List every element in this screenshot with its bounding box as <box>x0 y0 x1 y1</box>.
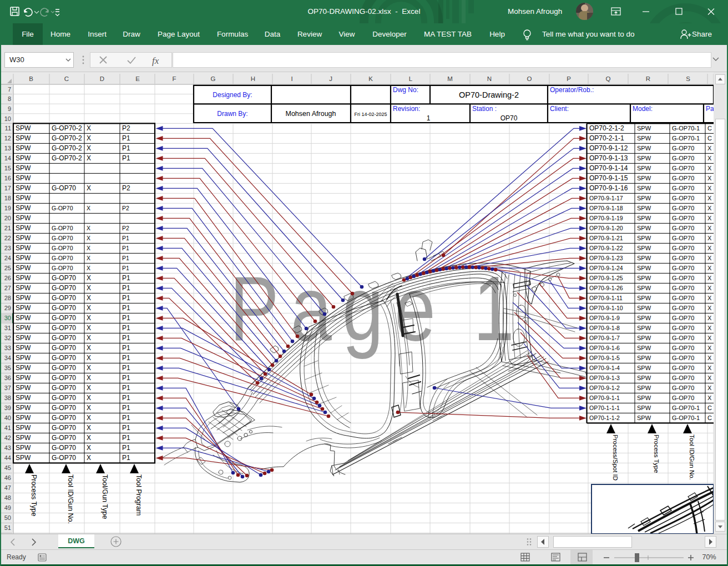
svg-text:37: 37 <box>4 385 11 391</box>
svg-text:SPW: SPW <box>16 294 31 302</box>
svg-text:OP70-9-1-6: OP70-9-1-6 <box>589 345 620 351</box>
svg-text:SPW: SPW <box>637 175 651 181</box>
svg-text:G-OP70: G-OP70 <box>52 235 73 241</box>
svg-text:G: G <box>211 75 216 82</box>
svg-text:P1: P1 <box>122 454 130 462</box>
svg-text:27: 27 <box>4 285 11 291</box>
svg-text:SPW: SPW <box>16 394 31 402</box>
svg-text:X: X <box>707 295 712 301</box>
svg-text:OP70-9-1-12: OP70-9-1-12 <box>589 144 628 152</box>
svg-text:G-OP70: G-OP70 <box>672 195 694 201</box>
svg-text:X: X <box>707 345 712 351</box>
svg-text:Fri 14-02-2025: Fri 14-02-2025 <box>354 112 387 117</box>
svg-text:SPW: SPW <box>637 325 651 331</box>
svg-text:31: 31 <box>4 325 11 331</box>
svg-text:Tool/Gun Type: Tool/Gun Type <box>101 474 109 519</box>
svg-text:G-OP70: G-OP70 <box>52 424 76 432</box>
svg-text:X: X <box>707 335 712 341</box>
svg-text:X: X <box>87 235 90 241</box>
svg-text:X: X <box>87 274 91 282</box>
svg-text:G-OP70-2: G-OP70-2 <box>52 134 82 142</box>
svg-text:G-OP70: G-OP70 <box>672 155 694 161</box>
svg-text:G-OP70: G-OP70 <box>672 275 694 281</box>
svg-text:SPW: SPW <box>637 265 651 271</box>
svg-text:X: X <box>707 245 712 251</box>
svg-text:1: 1 <box>473 257 514 360</box>
svg-text:C: C <box>707 405 712 411</box>
svg-text:39: 39 <box>4 405 11 411</box>
svg-text:7: 7 <box>8 86 11 93</box>
svg-text:X: X <box>87 374 91 382</box>
svg-text:OP70-9-1-10: OP70-9-1-10 <box>589 305 623 311</box>
svg-text:X: X <box>707 215 712 221</box>
svg-text:OP70-9-1-3: OP70-9-1-3 <box>589 375 620 381</box>
svg-text:G-OP70: G-OP70 <box>672 305 694 311</box>
svg-text:P2: P2 <box>122 184 130 192</box>
svg-text:G-OP70: G-OP70 <box>672 205 694 211</box>
svg-text:49: 49 <box>4 504 11 511</box>
svg-text:C: C <box>707 415 712 421</box>
svg-text:X: X <box>707 355 712 361</box>
svg-text:SPW: SPW <box>16 244 31 252</box>
svg-text:P1: P1 <box>122 294 130 302</box>
svg-text:OP70-9-1-7: OP70-9-1-7 <box>589 335 620 341</box>
svg-text:G-OP70: G-OP70 <box>52 454 76 462</box>
svg-text:P1: P1 <box>122 255 129 261</box>
svg-text:X: X <box>707 155 712 161</box>
svg-text:X: X <box>87 314 91 322</box>
svg-text:G-OP70: G-OP70 <box>672 165 694 171</box>
svg-text:35: 35 <box>4 365 11 371</box>
svg-text:OP70-9-1-16: OP70-9-1-16 <box>589 184 628 192</box>
svg-text:G-OP70: G-OP70 <box>672 395 694 401</box>
svg-text:G-OP70: G-OP70 <box>52 334 76 342</box>
svg-text:G-OP70: G-OP70 <box>52 324 76 332</box>
svg-text:SPW: SPW <box>637 375 651 381</box>
svg-text:SPW: SPW <box>16 384 31 392</box>
svg-text:I: I <box>291 75 292 82</box>
svg-text:50: 50 <box>4 514 11 521</box>
svg-text:X: X <box>87 225 90 231</box>
svg-text:SPW: SPW <box>637 335 651 341</box>
svg-text:SPW: SPW <box>16 434 31 442</box>
svg-text:48: 48 <box>4 494 11 501</box>
svg-text:G-OP70: G-OP70 <box>672 355 694 361</box>
svg-text:OP70-9-1-9: OP70-9-1-9 <box>589 315 620 321</box>
svg-text:G-OP70: G-OP70 <box>52 245 73 251</box>
svg-text:P1: P1 <box>122 314 130 322</box>
svg-text:26: 26 <box>4 275 11 281</box>
svg-text:P: P <box>567 75 571 82</box>
svg-text:F: F <box>172 75 176 82</box>
svg-text:Client:: Client: <box>550 105 569 113</box>
svg-text:X: X <box>707 195 712 201</box>
svg-text:X: X <box>87 454 91 462</box>
svg-text:8: 8 <box>8 95 11 102</box>
svg-text:SPW: SPW <box>16 214 31 222</box>
svg-text:SPW: SPW <box>16 204 31 212</box>
svg-text:43: 43 <box>4 444 11 451</box>
svg-text:G-OP70-1: G-OP70-1 <box>672 415 700 421</box>
svg-text:G-OP70: G-OP70 <box>672 235 694 241</box>
svg-text:SPW: SPW <box>637 295 651 301</box>
svg-text:P1: P1 <box>122 374 130 382</box>
svg-text:X: X <box>87 124 91 132</box>
svg-text:P1: P1 <box>122 364 130 372</box>
svg-text:X: X <box>87 294 91 302</box>
svg-text:SPW: SPW <box>637 195 651 201</box>
svg-text:S: S <box>686 75 690 82</box>
svg-text:SPW: SPW <box>16 314 31 322</box>
svg-text:21: 21 <box>4 225 11 231</box>
svg-text:12: 12 <box>4 135 11 142</box>
svg-text:X: X <box>707 305 712 311</box>
svg-text:11: 11 <box>5 125 11 132</box>
svg-text:42: 42 <box>4 434 11 441</box>
svg-text:G-OP70: G-OP70 <box>672 245 694 251</box>
svg-text:SPW: SPW <box>16 154 31 162</box>
svg-text:32: 32 <box>4 335 11 341</box>
svg-text:G-OP70: G-OP70 <box>52 265 73 271</box>
svg-text:X: X <box>707 165 712 171</box>
svg-text:40: 40 <box>4 415 11 421</box>
svg-text:N: N <box>487 75 492 82</box>
svg-text:SPW: SPW <box>16 444 31 452</box>
svg-text:OP70-9-1-13: OP70-9-1-13 <box>589 154 628 162</box>
svg-text:28: 28 <box>4 295 11 301</box>
